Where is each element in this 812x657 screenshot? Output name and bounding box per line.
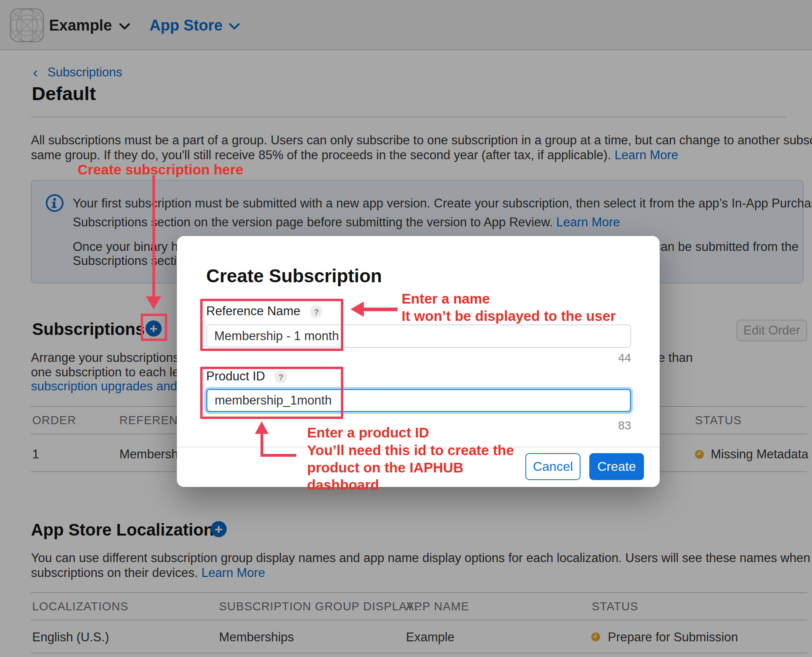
- annotation-arrow-up-head: [255, 421, 269, 434]
- screen: Example App Store ‹ Subscriptions Defaul…: [0, 0, 812, 657]
- annotation-enter-name-line-2: It won’t be displayed to the user: [402, 308, 616, 324]
- create-button[interactable]: Create: [589, 453, 644, 480]
- annotation-product-id-line-2: You’ll need this id to create the: [307, 442, 514, 458]
- reference-name-char-count: 44: [583, 351, 631, 365]
- annotation-arrow-down-shaft: [152, 175, 155, 297]
- annotation-arrow-up-shaft: [260, 433, 263, 457]
- annotation-product-id-line-3: product on the IAPHUB: [307, 460, 463, 476]
- annotation-arrow-left-head: [351, 302, 364, 317]
- annotation-box-product-id: [200, 367, 343, 419]
- create-label: Create: [597, 459, 636, 474]
- annotation-arrow-up-elbow: [262, 454, 296, 457]
- annotation-create-here: Create subscription here: [78, 162, 243, 178]
- cancel-label: Cancel: [533, 459, 573, 474]
- cancel-button[interactable]: Cancel: [525, 453, 580, 480]
- annotation-arrow-down-head: [146, 296, 161, 309]
- modal-title: Create Subscription: [206, 265, 382, 287]
- annotation-box-reference-name: [200, 299, 343, 351]
- annotation-arrow-left-shaft: [364, 308, 398, 311]
- annotation-enter-name-line-1: Enter a name: [402, 291, 490, 307]
- annotation-product-id-line-4: dashboard: [307, 477, 379, 493]
- product-id-char-count: 83: [583, 419, 631, 432]
- annotation-box-plus-button: [141, 314, 167, 341]
- annotation-product-id-line-1: Enter a product ID: [307, 425, 429, 441]
